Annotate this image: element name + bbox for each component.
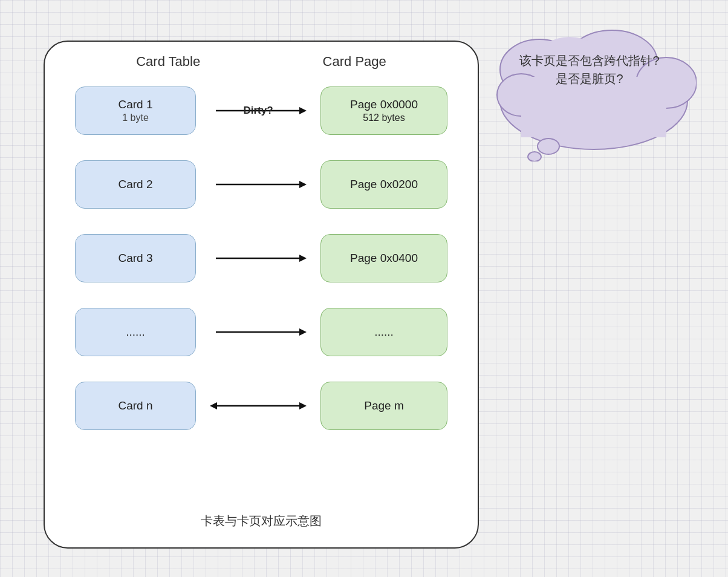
- card-page-header: Card Page: [323, 54, 386, 70]
- page-box: Page m: [320, 382, 447, 430]
- arrow-area: [196, 172, 320, 197]
- thought-bubble-text: 该卡页是否包含跨代指针? 是否是脏页?: [508, 51, 671, 88]
- thought-line2: 是否是脏页?: [556, 72, 623, 85]
- page-box: Page 0x0200: [320, 160, 447, 209]
- svg-marker-5: [299, 255, 307, 262]
- card-label: Card 1: [118, 98, 152, 111]
- card-box: Card 2: [75, 160, 196, 209]
- card-box: ......: [75, 308, 196, 356]
- card-table-header: Card Table: [136, 54, 200, 70]
- svg-marker-1: [299, 107, 307, 114]
- svg-marker-3: [299, 181, 307, 188]
- arrow-svg: [196, 394, 320, 418]
- thought-bubble-svg: [491, 28, 697, 161]
- card-sub: 1 byte: [122, 112, 149, 123]
- card-label: Card 2: [118, 178, 152, 191]
- card-label: Card n: [118, 399, 152, 412]
- diagram-row: Card 2 Page 0x0200: [75, 154, 447, 215]
- diagram-row: Card n Page m: [75, 376, 447, 436]
- page-label: Page 0x0200: [350, 178, 418, 191]
- column-headers: Card Table Card Page: [63, 54, 460, 70]
- diagram-row: Card 3 Page 0x0400: [75, 228, 447, 288]
- arrow-area: [196, 394, 320, 418]
- arrow-svg: [196, 172, 320, 197]
- svg-marker-10: [299, 402, 307, 409]
- page-label: Page 0x0400: [350, 252, 418, 265]
- arrow-area: [196, 320, 320, 344]
- arrow-svg: [196, 246, 320, 270]
- diagram-row: Card 11 byte Dirty? Page 0x0000512 bytes: [75, 80, 447, 141]
- main-diagram-box: Card Table Card Page Card 11 byte Dirty?…: [44, 41, 479, 549]
- page-label: Page 0x0000: [350, 98, 418, 111]
- diagram-row: ...... ......: [75, 302, 447, 362]
- card-label: Card 3: [118, 252, 152, 265]
- dirty-label: Dirty?: [243, 105, 273, 117]
- arrow-area: Dirty?: [196, 99, 320, 123]
- arrow-area: [196, 246, 320, 270]
- page-sub: 512 bytes: [363, 112, 405, 123]
- scene: Card Table Card Page Card 11 byte Dirty?…: [31, 16, 697, 561]
- page-box: ......: [320, 308, 447, 356]
- card-box: Card 11 byte: [75, 86, 196, 135]
- svg-point-18: [538, 139, 559, 154]
- thought-line1: 该卡页是否包含跨代指针?: [519, 54, 659, 67]
- page-label: ......: [374, 325, 394, 339]
- page-box: Page 0x0000512 bytes: [320, 86, 447, 135]
- thought-bubble: 该卡页是否包含跨代指针? 是否是脏页?: [491, 28, 697, 164]
- svg-marker-9: [210, 402, 217, 409]
- diagram-caption: 卡表与卡页对应示意图: [201, 513, 322, 529]
- svg-point-19: [528, 152, 541, 161]
- arrow-svg: [196, 320, 320, 344]
- rows-container: Card 11 byte Dirty? Page 0x0000512 bytes…: [63, 80, 460, 502]
- svg-marker-7: [299, 328, 307, 336]
- card-box: Card n: [75, 382, 196, 430]
- card-box: Card 3: [75, 234, 196, 282]
- card-label: ......: [126, 325, 145, 339]
- page-box: Page 0x0400: [320, 234, 447, 282]
- page-label: Page m: [364, 399, 403, 412]
